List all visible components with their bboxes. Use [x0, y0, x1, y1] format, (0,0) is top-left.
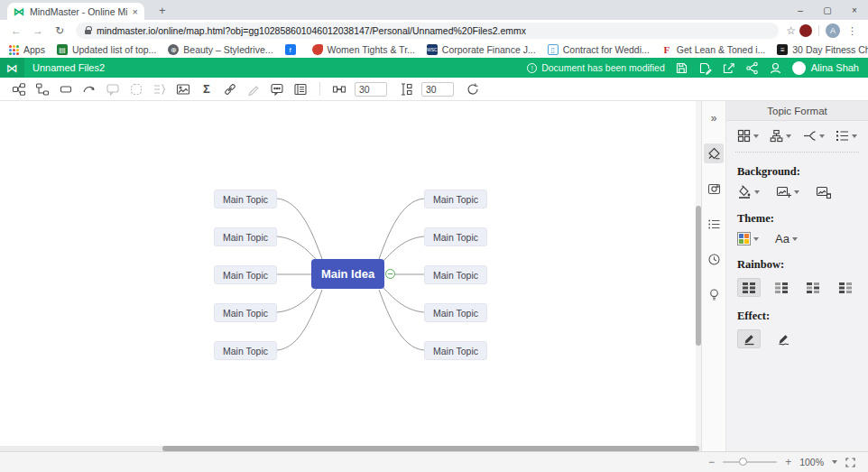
rainbow-option-1[interactable] [737, 278, 761, 297]
export-button[interactable] [722, 61, 735, 75]
effect-section-label: Effect: [726, 297, 868, 329]
connector-style-dropdown[interactable] [803, 129, 825, 143]
idea-bulb-panel-icon[interactable] [704, 284, 724, 304]
window-close-button[interactable]: × [841, 0, 868, 20]
browser-tab-strip: ⋈ MindMaster - Online Mind Map S × + – ▢… [0, 0, 868, 20]
format-panel-icon[interactable] [704, 143, 724, 163]
topic-node[interactable]: Main Topic [214, 303, 277, 322]
zoom-slider-knob[interactable] [739, 458, 747, 466]
outline-panel-icon[interactable] [704, 214, 724, 234]
structure-dropdown[interactable] [770, 129, 791, 143]
topic-node[interactable]: Main Topic [424, 190, 487, 208]
horizontal-scrollbar[interactable] [0, 446, 701, 451]
topic-node[interactable]: Main Topic [214, 265, 277, 284]
save-button[interactable] [675, 61, 688, 75]
user-account[interactable]: Alina Shah [792, 61, 859, 75]
bookmark-item[interactable]: ≡ 30 Day Fitness Chal... [777, 44, 868, 55]
bookmark-star-icon[interactable]: ☆ [786, 24, 796, 37]
bookmark-item[interactable]: WSC Corporate Finance J... [427, 44, 536, 55]
zoom-level[interactable]: 100% [799, 457, 824, 467]
save-as-button[interactable] [698, 61, 712, 75]
topic-node[interactable]: Main Topic [214, 227, 277, 246]
topic-node[interactable]: Main Topic [424, 303, 487, 322]
insert-topic-button[interactable] [9, 80, 29, 98]
forward-icon[interactable]: → [29, 24, 47, 37]
vertical-spacing-input[interactable] [421, 82, 454, 97]
horizontal-scrollbar-thumb[interactable] [162, 446, 699, 451]
hyperlink-button[interactable] [220, 80, 240, 98]
globe-favicon-icon: ⊕ [168, 44, 179, 55]
vertical-scrollbar-thumb[interactable] [696, 206, 701, 346]
file-name[interactable]: Unnamed Files2 [32, 62, 105, 73]
insert-subtopic-button[interactable] [32, 80, 52, 98]
chevron-down-icon [753, 134, 759, 138]
collapse-panel-icon[interactable]: » [704, 108, 724, 128]
central-topic-node[interactable]: Main Idea [311, 259, 384, 289]
history-panel-icon[interactable] [704, 249, 724, 269]
effect-option-pen[interactable] [737, 329, 761, 348]
bookmarks-bar: Apps ▤ Updated list of top... ⊕ Beauty –… [0, 42, 868, 58]
bookmark-item[interactable]: ⊕ Beauty – Styledrive... [168, 44, 272, 55]
zoom-slider[interactable] [723, 461, 777, 463]
topic-node[interactable]: Main Topic [214, 341, 277, 360]
style-pencil-button[interactable] [244, 80, 263, 98]
browser-menu-icon[interactable]: ⋮ [844, 25, 861, 37]
address-bar: ← → ↻ mindmaster.io/online/map.html?obj=… [0, 20, 868, 42]
browser-tab[interactable]: ⋈ MindMaster - Online Mind Map S × [7, 3, 144, 20]
boundary-button[interactable] [126, 80, 146, 98]
reload-icon[interactable]: ↻ [51, 24, 69, 37]
mindmap-canvas[interactable]: Main Topic Main Topic Main Topic Main To… [0, 101, 701, 446]
share-button[interactable] [745, 61, 759, 75]
floating-topic-button[interactable] [56, 80, 76, 98]
rainbow-option-3[interactable] [801, 278, 825, 297]
theme-dropdown[interactable] [737, 232, 759, 245]
fullscreen-icon[interactable] [845, 458, 855, 467]
back-icon[interactable]: ← [7, 24, 25, 37]
formula-button[interactable]: Σ [197, 80, 217, 98]
slideshow-panel-icon[interactable] [704, 179, 724, 199]
comment-button[interactable] [267, 80, 287, 98]
rainbow-option-4[interactable] [834, 278, 857, 297]
horizontal-spacing-input[interactable] [355, 82, 387, 97]
new-tab-button[interactable]: + [153, 4, 171, 20]
layout-dropdown[interactable] [737, 129, 759, 143]
bookmark-item[interactable]: ▤ Updated list of top... [57, 44, 156, 55]
callout-button[interactable] [103, 80, 123, 98]
vertical-scrollbar[interactable] [696, 101, 701, 446]
window-maximize-button[interactable]: ▢ [814, 0, 841, 20]
support-icon[interactable] [769, 61, 782, 75]
theme-font-dropdown[interactable]: Aa [775, 232, 798, 245]
zoom-in-button[interactable]: + [785, 456, 791, 468]
browser-profile-avatar[interactable]: A [826, 23, 840, 38]
remove-background-image-button[interactable] [816, 185, 831, 199]
insert-picture-button[interactable] [173, 80, 193, 98]
topic-node[interactable]: Main Topic [424, 265, 487, 284]
bookmark-item[interactable]: f [285, 44, 300, 55]
mindmaster-logo-icon[interactable]: ⋈ [0, 58, 24, 78]
topic-node[interactable]: Main Topic [424, 341, 487, 360]
effect-option-sketch[interactable] [771, 329, 795, 348]
tab-close-icon[interactable]: × [133, 6, 138, 17]
numbering-dropdown[interactable] [836, 129, 857, 143]
background-image-dropdown[interactable] [776, 185, 799, 199]
bookmark-item[interactable]: Women Tights & Tr... [312, 44, 415, 55]
url-field[interactable]: mindmaster.io/online/map.html?obj=gg1028… [76, 23, 779, 39]
zoom-out-button[interactable]: − [708, 456, 715, 468]
refresh-button[interactable] [463, 80, 483, 98]
apps-shortcut[interactable]: Apps [9, 44, 45, 55]
topic-node[interactable]: Main Topic [214, 190, 277, 208]
bookmark-item[interactable]: F Get Lean & Toned i... [661, 44, 765, 55]
bookmark-item[interactable]: ▯ Contract for Weddi... [548, 44, 650, 55]
extension-avatar-icon[interactable] [799, 24, 812, 37]
zoom-level-chevron-icon[interactable] [832, 460, 837, 464]
theme-swatch-icon [737, 232, 751, 245]
relationship-button[interactable] [79, 80, 99, 98]
rainbow-option-2[interactable] [770, 278, 793, 297]
topic-node[interactable]: Main Topic [424, 227, 487, 246]
note-button[interactable] [291, 80, 310, 98]
window-minimize-button[interactable]: – [787, 0, 814, 20]
summary-button[interactable] [150, 80, 170, 98]
fill-color-dropdown[interactable] [737, 185, 760, 199]
chevron-down-icon [786, 134, 791, 138]
collapse-branch-handle[interactable] [385, 269, 395, 279]
